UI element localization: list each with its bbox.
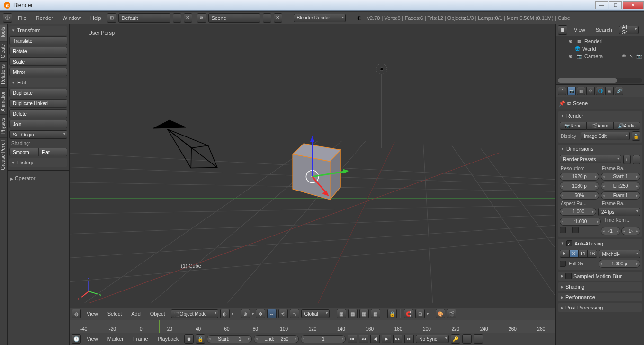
crop-checkbox[interactable] [572,227,579,233]
prop-tab-world[interactable]: 🌐 [596,87,604,95]
timeline-cursor[interactable] [159,320,160,333]
add-preset-button[interactable]: + [623,155,631,164]
tab-physics[interactable]: Physics [0,115,7,137]
keyframe-next-button[interactable]: ▸▸ [393,335,402,343]
layer-3[interactable]: ▦ [359,309,369,318]
sync-dropdown[interactable]: No Sync [416,335,449,343]
manip-scale-icon[interactable]: ⤡ [290,309,299,318]
timeline-ruler[interactable]: -40-200204060801001201401601802002202402… [70,320,555,333]
view-menu[interactable]: View [83,311,102,317]
tab-grease-pencil[interactable]: Grease Pencil [0,137,7,173]
aa-5[interactable]: 5 [560,250,569,258]
opengl-anim-icon[interactable]: 🎬 [447,309,456,318]
jump-end-button[interactable]: ⏭ [404,335,414,343]
aa-pixel-filter[interactable]: 1.000 p [599,260,640,268]
dimensions-panel-header[interactable]: ▼Dimensions [558,145,642,153]
fps-dropdown[interactable]: 24 fps [598,208,640,216]
scene-field[interactable]: Scene [208,13,260,23]
aa-16[interactable]: 16 [588,250,597,258]
shading-mode-icon[interactable]: ◐ [220,309,230,318]
outliner-tree[interactable]: ⊕▦RenderL 🌐World ⊕📷Camera 👁↖📷 [556,36,644,84]
tab-tools[interactable]: Tools [0,24,7,41]
animation-button[interactable]: 🎬Anim [587,122,614,130]
tab-relations[interactable]: Relations [0,62,7,88]
set-origin-dropdown[interactable]: Set Origin [9,130,67,139]
frame-start-field[interactable]: Start: 1 [601,172,640,181]
rotate-button[interactable]: Rotate [9,47,67,55]
editor-type-icon[interactable]: ⓘ [3,13,12,23]
duplicate-linked-button[interactable]: Duplicate Linked [9,99,67,108]
delete-key-button[interactable]: − [474,334,483,344]
screen-layout-field[interactable]: Default [118,13,170,23]
editor-type-view3d-icon[interactable]: ◍ [72,309,81,318]
lock-camera-icon[interactable]: 🔒 [387,309,397,318]
border-checkbox[interactable] [560,227,566,233]
pivot-icon[interactable]: ⊕ [241,309,250,318]
display-dropdown[interactable]: Image Edit [581,132,630,140]
3d-viewport[interactable]: z y x User Persp (1) Cube [70,24,555,308]
tl-view-menu[interactable]: View [83,336,102,342]
prop-tab-object[interactable]: ▣ [605,87,614,95]
snap-element-icon[interactable]: ⊞ [415,309,425,318]
ol-search-menu[interactable]: Search [592,27,616,33]
manipulator-toggle[interactable]: ✥ [256,309,265,318]
end-frame-field[interactable]: End: 250 [254,335,299,343]
close-button[interactable]: ✕ [623,1,644,9]
editor-type-timeline-icon[interactable]: 🕒 [72,334,81,344]
transform-panel-header[interactable]: ▼Transform [9,26,67,35]
object-menu[interactable]: Object [146,311,169,317]
manip-rotate-icon[interactable]: ⟲ [278,309,288,318]
translate-button[interactable]: Translate [9,36,67,45]
frame-step-field[interactable]: Fram:1 [601,191,640,200]
opengl-render-icon[interactable]: 🎨 [436,309,445,318]
add-scene-button[interactable]: + [263,13,271,23]
prop-tab-layers[interactable]: ▦ [577,87,585,95]
help-menu[interactable]: Help [87,15,105,21]
select-menu[interactable]: Select [104,311,126,317]
scale-button[interactable]: Scale [9,57,67,66]
keying-set-dropdown[interactable]: 🔑 [451,334,460,344]
history-panel-header[interactable]: ▼History [9,158,67,167]
aa-filter-dropdown[interactable]: Mitchell- [599,250,640,258]
tl-playback-menu[interactable]: Playback [154,336,183,342]
res-x-field[interactable]: 1920 p [560,172,599,181]
time-remap-a[interactable]: ‹1 [601,227,620,235]
remove-scene-button[interactable]: ✕ [274,13,282,23]
file-menu[interactable]: File [14,15,30,21]
snap-toggle-icon[interactable]: 🧲 [404,309,413,318]
prop-tab-constraints[interactable]: 🔗 [615,87,623,95]
layer-4[interactable]: ▦ [371,309,380,318]
prop-tab-toggle[interactable]: ⋮ [558,87,566,95]
frame-end-field[interactable]: En:250 [601,182,640,190]
auto-keying-icon[interactable]: ⏺ [184,334,194,344]
window-menu[interactable]: Window [59,15,85,21]
aa-11[interactable]: 11 [578,250,588,258]
performance-panel-header[interactable]: ▶Performance [558,293,642,301]
join-button[interactable]: Join [9,120,67,128]
start-frame-field[interactable]: Start: 1 [207,335,252,343]
tab-animation[interactable]: Animation [0,88,7,115]
tl-frame-menu[interactable]: Frame [129,336,152,342]
full-sample-checkbox[interactable] [560,261,566,267]
render-panel-header[interactable]: ▼Render [558,111,642,120]
res-y-field[interactable]: 1080 p [560,182,599,190]
insert-key-button[interactable]: + [462,334,472,344]
keyframe-prev-button[interactable]: ◂◂ [359,335,368,343]
orientation-dropdown[interactable]: Global [301,309,330,318]
minimize-button[interactable]: — [595,1,608,9]
prop-tab-render[interactable]: 📷 [567,87,576,95]
ol-filter-dropdown[interactable]: All Sc [619,26,639,34]
aa-panel-header[interactable]: ▼✓Anti-Aliasing [558,239,642,248]
duplicate-button[interactable]: Duplicate [9,89,67,97]
maximize-button[interactable]: ☐ [609,1,622,9]
ol-view-menu[interactable]: View [570,27,589,33]
aa-checkbox[interactable]: ✓ [566,240,572,246]
aspect-y-field[interactable]: :1.000 [560,218,601,226]
tl-marker-menu[interactable]: Marker [104,336,127,342]
screen-browse-icon[interactable]: ⊞ [107,13,116,23]
layer-2[interactable]: ▦ [348,309,358,318]
render-button[interactable]: 📷Rend [560,122,587,130]
keying-set-icon[interactable]: 🔒 [196,334,205,344]
remove-layout-button[interactable]: ✕ [184,13,192,23]
add-menu[interactable]: Add [127,311,144,317]
